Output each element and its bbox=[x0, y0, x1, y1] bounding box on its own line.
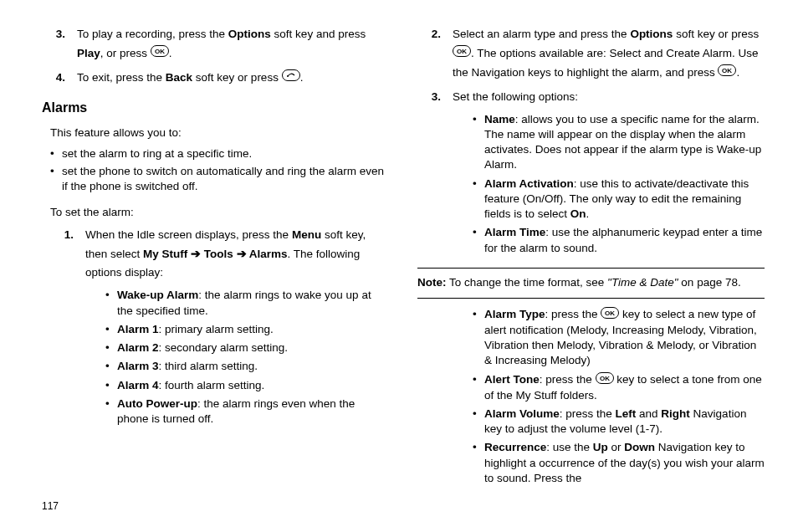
to-set-text: To set the alarm: bbox=[50, 203, 389, 223]
opt-text: : third alarm setting. bbox=[159, 360, 258, 372]
step-body: To play a recording, press the Options s… bbox=[77, 25, 389, 64]
text: , or press bbox=[100, 47, 151, 59]
step-3: 3. To play a recording, press the Option… bbox=[42, 25, 389, 64]
option-bullet: •Alarm 4: fourth alarm setting. bbox=[105, 378, 389, 393]
bold-on: On bbox=[570, 207, 586, 220]
text: To play a recording, press the bbox=[77, 28, 228, 40]
end-key-icon bbox=[282, 69, 300, 88]
bold-back: Back bbox=[166, 71, 192, 84]
step-body: Set the following options: •Name: allows… bbox=[453, 88, 765, 259]
opt-text: and bbox=[636, 407, 661, 420]
set-step-2: 2. Select an alarm type and press the Op… bbox=[417, 25, 765, 83]
step-body: Select an alarm type and press the Optio… bbox=[453, 25, 765, 83]
left-column: 3. To play a recording, press the Option… bbox=[42, 25, 389, 489]
right-column: 2. Select an alarm type and press the Op… bbox=[417, 25, 765, 489]
note-text: To change the time format, see bbox=[447, 276, 608, 289]
opt-text: : allows you to use a specific name for … bbox=[484, 113, 761, 171]
heading-alarms: Alarms bbox=[42, 96, 389, 119]
step-4: 4. To exit, press the Back soft key or p… bbox=[42, 69, 389, 88]
ok-key-icon: OK bbox=[151, 44, 169, 64]
bold-up: Up bbox=[593, 441, 608, 453]
intro-text: This feature allows you to: bbox=[50, 124, 389, 143]
ordinal: 4. bbox=[42, 69, 65, 88]
note-ref: "Time & Date" bbox=[607, 276, 678, 289]
svg-text:OK: OK bbox=[155, 48, 165, 55]
option-bullet: •Auto Power-up: the alarm rings even whe… bbox=[105, 396, 389, 427]
opt-label: Wake-up Alarm bbox=[117, 289, 198, 301]
ordinal: 2. bbox=[417, 25, 441, 83]
opt-label: Alert Tone bbox=[484, 373, 540, 386]
opt-text: or bbox=[608, 441, 625, 453]
svg-text:OK: OK bbox=[600, 375, 610, 382]
option-bullet: •Alarm 1: primary alarm setting. bbox=[105, 322, 389, 337]
svg-point-3 bbox=[287, 75, 289, 77]
set-step-1: 1. When the Idle screen displays, press … bbox=[50, 226, 389, 431]
opt-label: Alarm Time bbox=[484, 226, 545, 238]
text: set the phone to switch on automatically… bbox=[62, 164, 389, 194]
svg-rect-2 bbox=[282, 69, 299, 80]
opt-label: Name bbox=[484, 113, 515, 125]
step-body: To exit, press the Back soft key or pres… bbox=[77, 69, 389, 88]
manual-page: 3. To play a recording, press the Option… bbox=[0, 0, 798, 532]
feature-bullet: •set the alarm to ring at a specific tim… bbox=[50, 146, 389, 161]
opt-label: Alarm 2 bbox=[117, 341, 159, 354]
ok-key-icon: OK bbox=[596, 372, 614, 388]
text: soft key or press bbox=[192, 71, 282, 84]
option-bullet: •Wake-up Alarm: the alarm rings to wake … bbox=[105, 288, 389, 318]
text: . The options available are: Select and … bbox=[453, 47, 758, 79]
bold-down: Down bbox=[624, 441, 655, 453]
opt-text: : fourth alarm setting. bbox=[159, 379, 265, 391]
text: . bbox=[736, 66, 739, 79]
opt-text: : press the bbox=[560, 407, 616, 420]
ok-key-icon: OK bbox=[718, 64, 736, 83]
note-block: Note: To change the time format, see "Ti… bbox=[417, 268, 765, 299]
option-bullet: •Alarm 3: third alarm setting. bbox=[105, 359, 389, 374]
svg-text:OK: OK bbox=[722, 67, 732, 74]
opt-text: : secondary alarm setting. bbox=[159, 341, 289, 354]
feature-bullet: •set the phone to switch on automaticall… bbox=[50, 164, 389, 194]
svg-text:OK: OK bbox=[605, 309, 615, 317]
opt-text: . bbox=[586, 207, 590, 220]
option-bullet: •Alarm Time: use the alphanumeric keypad… bbox=[473, 225, 765, 255]
opt-text: : use the bbox=[546, 441, 593, 453]
text: Set the following options: bbox=[453, 90, 578, 103]
opt-text: : press the bbox=[545, 308, 601, 320]
ordinal: 1. bbox=[50, 226, 74, 431]
note-text: on page 78. bbox=[678, 276, 741, 289]
bold-menu: Menu bbox=[292, 228, 321, 241]
step-body: When the Idle screen displays, press the… bbox=[85, 226, 389, 431]
set-step-3: 3. Set the following options: •Name: all… bbox=[417, 88, 765, 259]
text: soft key and press bbox=[271, 28, 366, 40]
bold-left: Left bbox=[616, 407, 637, 420]
bold-options: Options bbox=[630, 28, 673, 40]
option-bullet: •Alarm 2: secondary alarm setting. bbox=[105, 340, 389, 356]
opt-text: : primary alarm setting. bbox=[159, 323, 274, 335]
opt-label: Alarm 4 bbox=[117, 379, 159, 391]
option-bullet: •Name: allows you to use a specific name… bbox=[473, 112, 765, 173]
ok-key-icon: OK bbox=[601, 307, 619, 323]
option-bullet: •Alarm Type: press the OK key to select … bbox=[473, 307, 765, 369]
opt-label: Alarm 1 bbox=[117, 323, 159, 335]
text: When the Idle screen displays, press the bbox=[85, 228, 292, 241]
opt-label: Alarm 3 bbox=[117, 360, 159, 372]
option-bullet: •Alarm Volume: press the Left and Right … bbox=[473, 407, 765, 437]
svg-text:OK: OK bbox=[457, 48, 467, 55]
text: . bbox=[300, 71, 304, 84]
option-bullet: •Recurrence: use the Up or Down Navigati… bbox=[473, 440, 765, 486]
ordinal: 3. bbox=[42, 25, 65, 64]
opt-label: Alarm Volume bbox=[484, 407, 560, 420]
text: soft key or press bbox=[673, 28, 759, 40]
option-bullet: •Alarm Activation: use this to activate/… bbox=[473, 176, 765, 223]
bold-right: Right bbox=[661, 407, 690, 420]
text: set the alarm to ring at a specific time… bbox=[62, 146, 389, 161]
option-bullet: •Alert Tone: press the OK key to select … bbox=[473, 372, 765, 403]
opt-label: Alarm Activation bbox=[484, 177, 574, 190]
opt-label: Recurrence bbox=[484, 441, 546, 453]
ok-key-icon: OK bbox=[453, 44, 471, 64]
opt-label: Auto Power-up bbox=[117, 397, 197, 410]
bold-play: Play bbox=[77, 47, 100, 59]
note-label: Note: bbox=[417, 276, 447, 289]
bold-options: Options bbox=[228, 28, 271, 40]
opt-text: : press the bbox=[540, 373, 596, 386]
opt-label: Alarm Type bbox=[484, 308, 545, 320]
